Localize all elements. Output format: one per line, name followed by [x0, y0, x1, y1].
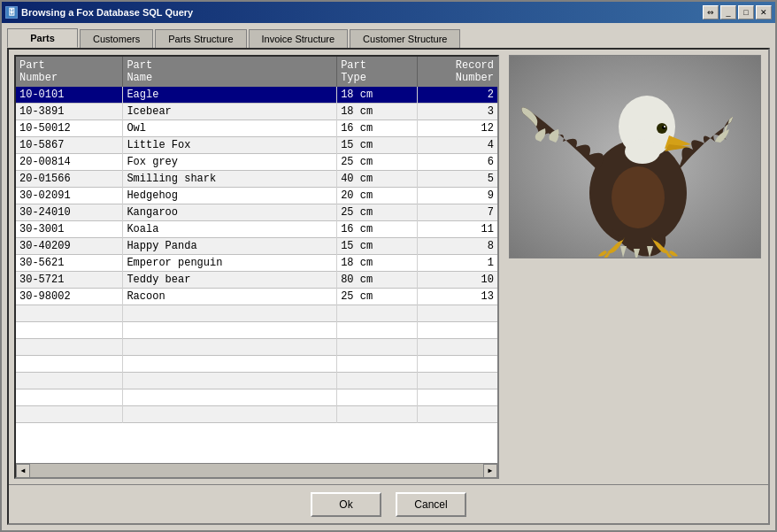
cell-partName: [123, 305, 337, 322]
cell-partType: 15 cm: [337, 238, 418, 255]
cell-recordNumber: 12: [417, 120, 497, 137]
tab-customers[interactable]: Customers: [80, 29, 153, 48]
table-row[interactable]: 10-5867Little Fox15 cm4: [16, 137, 497, 154]
table-row[interactable]: 30-5721Teddy bear80 cm10: [16, 272, 497, 289]
close-button[interactable]: ✕: [756, 5, 772, 19]
tab-customer-structure[interactable]: Customer Structure: [350, 29, 460, 48]
cell-recordNumber: 7: [417, 204, 497, 221]
cell-recordNumber: [417, 305, 497, 322]
parts-table: PartNumber PartName PartType RecordNumbe…: [16, 57, 497, 423]
maximize-button[interactable]: □: [738, 5, 754, 19]
cell-partNumber: 10-3891: [16, 104, 123, 120]
table-row[interactable]: 30-02091Hedgehog20 cm9: [16, 188, 497, 204]
tab-parts[interactable]: Parts: [7, 28, 78, 48]
cell-partName: Smilling shark: [123, 171, 337, 188]
col-header-record-number[interactable]: RecordNumber: [417, 57, 497, 87]
table-row[interactable]: [16, 322, 497, 339]
cell-partType: 18 cm: [337, 255, 418, 272]
cell-recordNumber: [417, 406, 497, 423]
resize-icon[interactable]: ⇔: [703, 5, 719, 19]
cell-partType: 25 cm: [337, 154, 418, 171]
cell-partName: [123, 373, 337, 389]
cell-partNumber: [16, 339, 123, 356]
tabs-row: Parts Customers Parts Structure Invoice …: [7, 28, 770, 48]
table-row[interactable]: 10-0101Eagle18 cm2: [16, 87, 497, 104]
table-row[interactable]: 30-98002Racoon25 cm13: [16, 289, 497, 305]
cell-recordNumber: 1: [417, 255, 497, 272]
cell-partName: Koala: [123, 221, 337, 238]
cell-recordNumber: [417, 356, 497, 373]
table-row[interactable]: [16, 389, 497, 406]
table-wrapper[interactable]: PartNumber PartName PartType RecordNumbe…: [16, 57, 497, 463]
cell-partName: Eagle: [123, 87, 337, 104]
cell-partName: Emperor penguin: [123, 255, 337, 272]
table-row[interactable]: 10-3891Icebear18 cm3: [16, 104, 497, 120]
cell-recordNumber: 9: [417, 188, 497, 204]
table-row[interactable]: 30-3001Koala16 cm11: [16, 221, 497, 238]
window-title: Browsing a Fox Database SQL Query: [21, 7, 193, 18]
tab-invoice-structure[interactable]: Invoice Structure: [249, 29, 349, 48]
cell-partNumber: 10-0101: [16, 87, 123, 104]
svg-point-5: [664, 126, 665, 127]
table-row[interactable]: 30-5621Emperor penguin18 cm1: [16, 255, 497, 272]
cell-partName: [123, 339, 337, 356]
scroll-track[interactable]: [30, 464, 483, 478]
col-header-part-number[interactable]: PartNumber: [16, 57, 123, 87]
table-row[interactable]: 10-50012Owl16 cm12: [16, 120, 497, 137]
cell-partType: 16 cm: [337, 221, 418, 238]
cell-partType: [337, 339, 418, 356]
table-section: PartNumber PartName PartType RecordNumbe…: [14, 55, 499, 479]
minimize-button[interactable]: _: [720, 5, 736, 19]
cell-partType: [337, 356, 418, 373]
app-icon: 🗄: [5, 6, 18, 19]
bottom-bar: Ok Cancel: [9, 484, 768, 523]
cell-partNumber: [16, 322, 123, 339]
horizontal-scrollbar[interactable]: ◀ ▶: [16, 463, 497, 477]
main-panel: PartNumber PartName PartType RecordNumbe…: [7, 48, 770, 525]
eagle-image: [509, 55, 761, 258]
ok-button[interactable]: Ok: [311, 492, 381, 517]
scroll-right-button[interactable]: ▶: [483, 464, 497, 478]
cell-partNumber: 30-3001: [16, 221, 123, 238]
table-row[interactable]: 30-24010Kangaroo25 cm7: [16, 204, 497, 221]
cell-partName: [123, 389, 337, 406]
cell-partType: 80 cm: [337, 272, 418, 289]
table-container: PartNumber PartName PartType RecordNumbe…: [14, 55, 499, 479]
cell-partType: [337, 406, 418, 423]
table-row[interactable]: 20-00814Fox grey25 cm6: [16, 154, 497, 171]
cell-recordNumber: [417, 373, 497, 389]
cancel-button[interactable]: Cancel: [396, 492, 466, 517]
table-row[interactable]: [16, 356, 497, 373]
table-row[interactable]: [16, 339, 497, 356]
cell-partName: [123, 406, 337, 423]
cell-partName: Racoon: [123, 289, 337, 305]
col-header-part-name[interactable]: PartName: [123, 57, 337, 87]
cell-partName: Teddy bear: [123, 272, 337, 289]
cell-partNumber: 30-02091: [16, 188, 123, 204]
cell-partType: 18 cm: [337, 104, 418, 120]
svg-point-6: [625, 139, 660, 164]
scroll-left-button[interactable]: ◀: [16, 464, 30, 478]
cell-recordNumber: [417, 389, 497, 406]
cell-partType: 25 cm: [337, 289, 418, 305]
cell-recordNumber: [417, 322, 497, 339]
cell-recordNumber: 2: [417, 87, 497, 104]
table-row[interactable]: [16, 373, 497, 389]
cell-partNumber: 20-01566: [16, 171, 123, 188]
col-header-part-type[interactable]: PartType: [337, 57, 418, 87]
table-row[interactable]: 30-40209Happy Panda15 cm8: [16, 238, 497, 255]
cell-partNumber: 10-50012: [16, 120, 123, 137]
table-row[interactable]: [16, 406, 497, 423]
tab-parts-structure[interactable]: Parts Structure: [155, 29, 246, 48]
cell-partName: Fox grey: [123, 154, 337, 171]
cell-partName: Little Fox: [123, 137, 337, 154]
table-row[interactable]: 20-01566Smilling shark40 cm5: [16, 171, 497, 188]
cell-partNumber: [16, 356, 123, 373]
cell-partNumber: [16, 373, 123, 389]
image-section: [506, 55, 763, 479]
cell-partName: Happy Panda: [123, 238, 337, 255]
cell-partNumber: 30-98002: [16, 289, 123, 305]
table-row[interactable]: [16, 305, 497, 322]
cell-partName: Kangaroo: [123, 204, 337, 221]
cell-partType: [337, 305, 418, 322]
